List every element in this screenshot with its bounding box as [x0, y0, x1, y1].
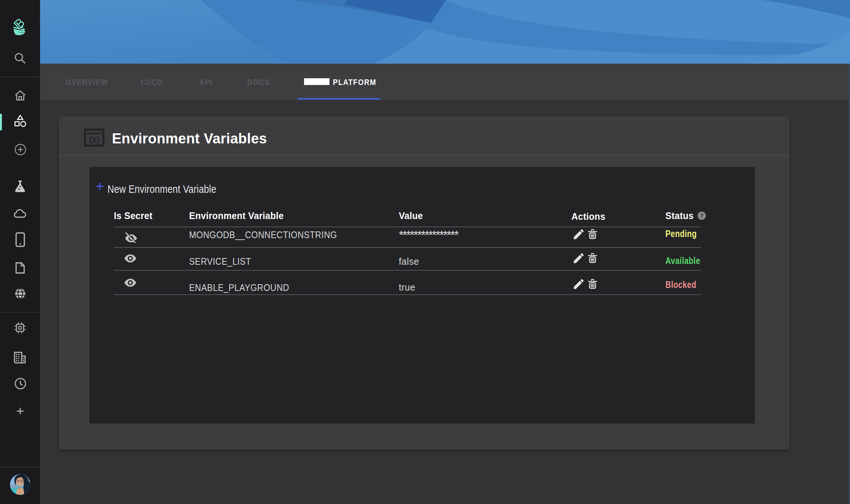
svg-text:(X): (X) [89, 136, 100, 145]
svg-text:?: ? [700, 212, 703, 219]
